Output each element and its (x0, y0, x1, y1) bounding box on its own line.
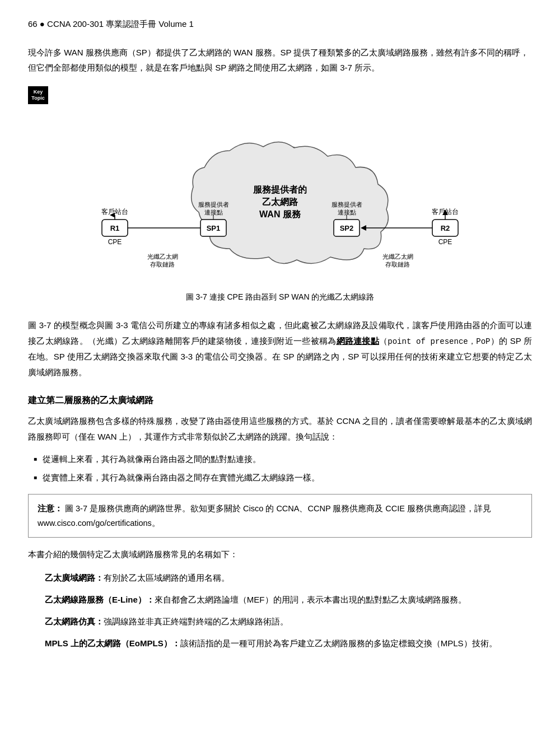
svg-text:存取鏈路: 存取鏈路 (385, 261, 410, 268)
term-monospace: point of presence，PoP (388, 337, 490, 346)
term-def-2: 來自都會乙太網路論壇（MEF）的用詞，表示本書出現的點對點乙太廣域網路服務。 (155, 595, 466, 604)
header-text: 66 ● CCNA 200-301 專業認證手冊 Volume 1 (28, 19, 194, 29)
term-name-3: 乙太網路仿真： (45, 617, 104, 626)
key-topic-section: Key Topic (28, 85, 532, 104)
bullet-list: 從邏輯上來看，其行為就像兩台路由器之間的點對點連接。 從實體上來看，其行為就像兩… (28, 451, 532, 485)
key-topic-badge: Key Topic (28, 86, 48, 104)
term-def-3: 強調線路並非真正終端對終端的乙太網線路術語。 (104, 617, 288, 626)
term-list: 乙太廣域網路：有別於乙太區域網路的通用名稱。 乙太網線路服務（E-Line）：來… (45, 570, 532, 651)
term-def-1: 有別於乙太區域網路的通用名稱。 (104, 573, 230, 582)
svg-text:服務提供者的: 服務提供者的 (253, 185, 307, 194)
page-header: 66 ● CCNA 200-301 專業認證手冊 Volume 1 (28, 17, 532, 31)
svg-text:客戶站台: 客戶站台 (101, 208, 128, 216)
intro-paragraph: 現今許多 WAN 服務供應商（SP）都提供了乙太網路的 WAN 服務。SP 提供… (28, 45, 532, 75)
svg-text:R2: R2 (441, 224, 450, 232)
svg-text:服務提供者: 服務提供者 (332, 201, 362, 208)
svg-text:服務提供者: 服務提供者 (198, 201, 229, 208)
svg-text:WAN 服務: WAN 服務 (259, 209, 301, 219)
svg-text:光纖乙太網: 光纖乙太網 (382, 253, 413, 260)
diagram-svg: 服務提供者的 乙太網路 WAN 服務 客戶站台 R1 CPE 光纖乙太網 存取鏈… (78, 114, 482, 287)
term-name-1: 乙太廣域網路： (45, 573, 104, 582)
svg-text:SP1: SP1 (207, 224, 221, 232)
svg-text:CPE: CPE (438, 238, 452, 246)
term-entry-2: 乙太網線路服務（E-Line）：來自都會乙太網路論壇（MEF）的用詞，表示本書出… (45, 592, 532, 607)
diagram-caption: 圖 3-7 連接 CPE 路由器到 SP WAN 的光纖乙太網線路 (186, 291, 375, 304)
note-label: 注意： (38, 504, 63, 513)
svg-text:連接點: 連接點 (204, 209, 223, 216)
svg-text:乙太網路: 乙太網路 (262, 197, 298, 207)
term-entry-1: 乙太廣域網路：有別於乙太區域網路的通用名稱。 (45, 570, 532, 585)
svg-text:CPE: CPE (108, 238, 122, 246)
term-entry-4: MPLS 上的乙太網路（EoMPLS）：該術語指的是一種可用於為客戶建立乙太網路… (45, 636, 532, 651)
svg-text:連接點: 連接點 (338, 209, 356, 216)
note-box: 注意： 圖 3-7 是服務供應商的網路世界。欲知更多關於 Cisco 的 CCN… (28, 494, 532, 538)
term-name-4: MPLS 上的乙太網路（EoMPLS）： (45, 638, 180, 648)
section-heading: 建立第二層服務的乙太廣域網路 (28, 393, 532, 408)
note-text: 圖 3-7 是服務供應商的網路世界。欲知更多關於 Cisco 的 CCNA、CC… (38, 504, 491, 528)
bullet-item-1: 從邏輯上來看，其行為就像兩台路由器之間的點對點連接。 (34, 451, 532, 467)
svg-text:光纖乙太網: 光纖乙太網 (147, 253, 178, 260)
diagram-section: 服務提供者的 乙太網路 WAN 服務 客戶站台 R1 CPE 光纖乙太網 存取鏈… (28, 114, 532, 313)
term-entry-3: 乙太網路仿真：強調線路並非真正終端對終端的乙太網線路術語。 (45, 614, 532, 629)
section-body-text: 乙太廣域網路服務包含多樣的特殊服務，改變了路由器使用這些服務的方式。基於 CCN… (28, 413, 532, 445)
bullet-item-2: 從實體上來看，其行為就像兩台路由器之間存在實體光纖乙太網線路一樣。 (34, 470, 532, 485)
svg-text:SP2: SP2 (340, 224, 354, 232)
term-intro-text: 本書介紹的幾個特定乙太廣域網路服務常見的名稱如下： (28, 547, 532, 562)
svg-text:存取鏈路: 存取鏈路 (150, 261, 175, 268)
term-def-4: 該術語指的是一種可用於為客戶建立乙太網路服務的多協定標籤交換（MPLS）技術。 (180, 638, 497, 648)
svg-text:R1: R1 (110, 224, 120, 232)
term-bold-underline: 網路連接點 (337, 336, 379, 346)
body-paragraph-1: 圖 3-7 的模型概念與圖 3-3 電信公司所建立的專線有諸多相似之處，但此處被… (28, 318, 532, 380)
term-name-2: 乙太網線路服務（E-Line）： (45, 595, 155, 604)
